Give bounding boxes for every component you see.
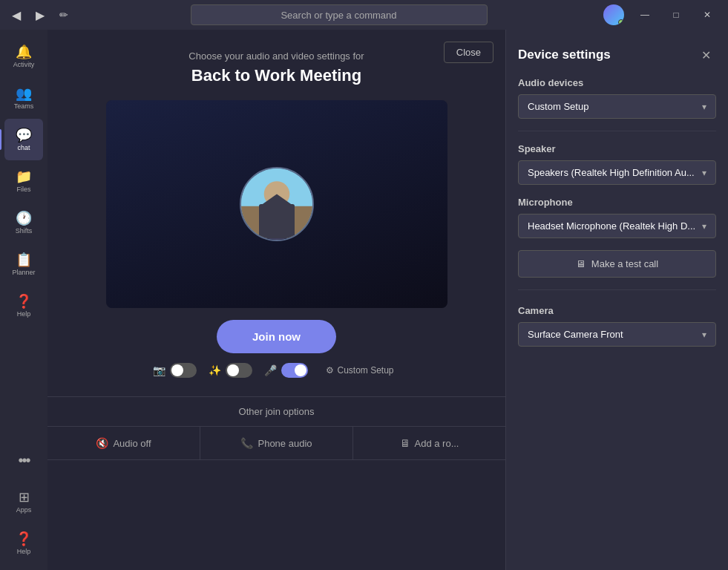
audio-off-label: Audio off [113,438,151,449]
other-options-row: 🔇 Audio off 📞 Phone audio 🖥 Add a ro... [47,426,505,460]
mic-toggle-knob [295,364,306,376]
window-controls: — □ ✕ [630,4,722,25]
microphone-label: Microphone [518,197,716,208]
main-layout: 🔔 Activity 👥 Teams 💬 chat 📁 Files 🕐 Shif… [0,30,728,570]
sidebar-item-more[interactable]: ••• [4,439,43,481]
video-control-group: 📷 [153,363,197,378]
join-now-button[interactable]: Join now [217,320,336,353]
sidebar-item-chat[interactable]: 💬 chat [4,119,43,160]
custom-setup-icon: ⚙ [326,365,334,376]
video-off-icon: 📷 [153,364,165,376]
meeting-header: Choose your audio and video settings for… [188,50,364,85]
sidebar-label-apps: Apps [16,506,32,514]
help-icon: ❓ [16,295,32,308]
panel-title: Device settings [518,48,611,62]
test-call-icon: 🖥 [576,258,586,269]
panel-close-button[interactable]: ✕ [695,45,716,65]
forward-button[interactable]: ▶ [30,4,50,25]
sidebar-item-planner[interactable]: 📋 Planner [4,243,43,285]
sidebar-item-files[interactable]: 📁 Files [4,160,43,202]
camera-select[interactable]: Surface Camera Front ▾ [518,322,716,347]
video-toggle[interactable] [170,363,197,378]
blur-icon: ✨ [209,364,221,376]
speaker-chevron: ▾ [702,168,706,178]
speaker-value: Speakers (Realtek High Definition Au... [528,167,695,178]
custom-setup-label: Custom Setup [337,365,393,376]
option-audio-off[interactable]: 🔇 Audio off [47,427,200,459]
divider-1 [518,131,716,131]
audio-devices-label: Audio devices [518,77,716,88]
sidebar-label-shifts: Shifts [16,227,33,235]
avatar-preview [240,167,314,241]
sidebar-label-chat: chat [17,144,30,151]
blur-toggle-knob [227,364,239,376]
sidebar-label-help: Help [17,310,31,318]
close-meeting-button[interactable]: Close [444,42,493,63]
meeting-subtitle: Choose your audio and video settings for [188,50,364,62]
sidebar-item-teams[interactable]: 👥 Teams [4,77,43,119]
user-avatar[interactable] [603,4,624,25]
option-phone-audio[interactable]: 📞 Phone audio [200,427,353,459]
camera-value: Surface Camera Front [528,329,623,340]
sidebar-item-activity[interactable]: 🔔 Activity [4,36,43,77]
maximize-button[interactable]: □ [661,4,691,25]
microphone-value: Headset Microphone (Realtek High D... [528,220,695,232]
divider-2 [518,289,716,290]
test-call-label: Make a test call [591,258,658,269]
add-room-icon: 🖥 [400,437,410,449]
add-room-label: Add a ro... [415,438,459,449]
presence-dot [618,19,624,25]
blur-toggle[interactable] [226,363,252,378]
mic-toggle[interactable] [281,363,308,378]
audio-devices-section: Audio devices Custom Setup ▾ [518,77,716,119]
device-settings-panel: Device settings ✕ Audio devices Custom S… [505,30,728,570]
microphone-section: Microphone Headset Microphone (Realtek H… [518,197,716,238]
search-bar[interactable]: Search or type a command [191,4,488,25]
files-icon: 📁 [16,170,32,183]
speaker-label: Speaker [518,143,716,154]
video-preview [106,100,447,308]
speaker-select[interactable]: Speakers (Realtek High Definition Au... … [518,160,716,185]
chat-icon: 💬 [16,128,32,142]
shifts-icon: 🕐 [16,212,32,225]
minimize-button[interactable]: — [630,4,660,25]
help-bottom-icon: ❓ [16,532,32,546]
phone-audio-icon: 📞 [240,437,253,449]
back-button[interactable]: ◀ [6,4,27,25]
sidebar-item-help-bottom[interactable]: ❓ Help [4,522,43,564]
meeting-join-panel: Close Choose your audio and video settin… [47,30,505,570]
sidebar-label-activity: Activity [13,61,35,68]
content-area: Close Choose your audio and video settin… [47,30,505,570]
meeting-title: Back to Work Meeting [188,66,364,85]
audio-off-icon: 🔇 [96,437,108,449]
more-icon: ••• [18,453,29,468]
planner-icon: 📋 [16,253,32,266]
test-call-button[interactable]: 🖥 Make a test call [518,250,716,278]
audio-device-value: Custom Setup [528,101,588,112]
person-silhouette [241,167,312,240]
sidebar-item-shifts[interactable]: 🕐 Shifts [4,202,43,243]
sidebar-label-files: Files [16,186,30,193]
other-options: Other join options 🔇 Audio off 📞 Phone a… [47,396,505,460]
svg-rect-3 [259,204,295,238]
nav-buttons: ◀ ▶ ✏ [6,4,74,25]
other-options-title: Other join options [47,406,505,417]
sidebar-item-help[interactable]: ❓ Help [4,285,43,327]
controls-bar: 📷 ✨ 🎤 ⚙ [138,362,414,379]
microphone-chevron: ▾ [702,221,706,232]
speaker-section: Speaker Speakers (Realtek High Definitio… [518,143,716,185]
activity-icon: 🔔 [16,45,32,59]
edit-button[interactable]: ✏ [53,4,74,25]
sidebar-item-apps[interactable]: ⊞ Apps [4,481,43,522]
title-bar-right: — □ ✕ [603,4,722,25]
option-add-room[interactable]: 🖥 Add a ro... [353,427,505,459]
avatar-image [241,168,312,240]
blur-control-group: ✨ [209,363,252,378]
camera-section: Camera Surface Camera Front ▾ [518,305,716,347]
sidebar-label-teams: Teams [14,102,34,110]
microphone-select[interactable]: Headset Microphone (Realtek High D... ▾ [518,214,716,238]
custom-setup-button[interactable]: ⚙ Custom Setup [320,362,399,379]
audio-device-select[interactable]: Custom Setup ▾ [518,94,716,119]
window-close-button[interactable]: ✕ [692,4,722,25]
mic-control-group: 🎤 [264,363,308,378]
